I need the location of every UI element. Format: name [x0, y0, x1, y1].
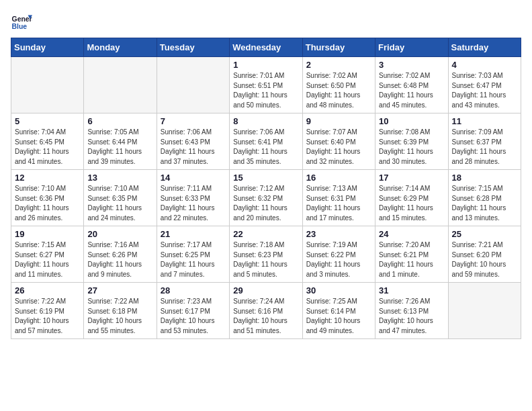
- day-number: 9: [306, 116, 371, 126]
- calendar-cell: [84, 57, 157, 113]
- day-detail: Sunrise: 7:21 AM Sunset: 6:20 PM Dayligh…: [452, 240, 517, 279]
- weekday-header: Tuesday: [157, 38, 229, 57]
- day-number: 5: [15, 116, 80, 126]
- day-detail: Sunrise: 7:15 AM Sunset: 6:28 PM Dayligh…: [452, 184, 517, 223]
- day-detail: Sunrise: 7:10 AM Sunset: 6:35 PM Dayligh…: [87, 184, 152, 223]
- day-number: 21: [161, 229, 226, 239]
- day-number: 26: [15, 285, 80, 295]
- calendar-week-row: 12Sunrise: 7:10 AM Sunset: 6:36 PM Dayli…: [11, 170, 521, 226]
- day-number: 20: [87, 229, 152, 239]
- day-number: 27: [87, 285, 152, 295]
- calendar-cell: 18Sunrise: 7:15 AM Sunset: 6:28 PM Dayli…: [448, 170, 521, 226]
- day-detail: Sunrise: 7:02 AM Sunset: 6:50 PM Dayligh…: [306, 71, 371, 110]
- day-number: 2: [306, 60, 371, 70]
- logo: General Blue: [11, 11, 35, 32]
- calendar-cell: 3Sunrise: 7:02 AM Sunset: 6:48 PM Daylig…: [375, 57, 448, 113]
- day-number: 16: [306, 173, 371, 183]
- day-detail: Sunrise: 7:22 AM Sunset: 6:18 PM Dayligh…: [87, 297, 152, 336]
- day-detail: Sunrise: 7:11 AM Sunset: 6:33 PM Dayligh…: [161, 184, 226, 223]
- day-number: 15: [233, 173, 298, 183]
- calendar-cell: 28Sunrise: 7:23 AM Sunset: 6:17 PM Dayli…: [157, 283, 229, 339]
- day-detail: Sunrise: 7:02 AM Sunset: 6:48 PM Dayligh…: [379, 71, 444, 110]
- day-number: 25: [452, 229, 517, 239]
- day-number: 10: [379, 116, 444, 126]
- day-detail: Sunrise: 7:24 AM Sunset: 6:16 PM Dayligh…: [233, 297, 298, 336]
- day-detail: Sunrise: 7:04 AM Sunset: 6:45 PM Dayligh…: [15, 128, 80, 167]
- calendar-cell: 30Sunrise: 7:25 AM Sunset: 6:14 PM Dayli…: [302, 283, 375, 339]
- day-detail: Sunrise: 7:06 AM Sunset: 6:41 PM Dayligh…: [233, 128, 298, 167]
- calendar-week-row: 26Sunrise: 7:22 AM Sunset: 6:19 PM Dayli…: [11, 283, 521, 339]
- weekday-header: Thursday: [302, 38, 375, 57]
- day-detail: Sunrise: 7:19 AM Sunset: 6:22 PM Dayligh…: [306, 240, 371, 279]
- calendar-cell: 20Sunrise: 7:16 AM Sunset: 6:26 PM Dayli…: [84, 226, 157, 283]
- day-detail: Sunrise: 7:12 AM Sunset: 6:32 PM Dayligh…: [233, 184, 298, 223]
- weekday-header: Wednesday: [230, 38, 302, 57]
- page-header: General Blue: [11, 11, 521, 32]
- day-detail: Sunrise: 7:10 AM Sunset: 6:36 PM Dayligh…: [15, 184, 80, 223]
- calendar-cell: 11Sunrise: 7:09 AM Sunset: 6:37 PM Dayli…: [448, 113, 521, 170]
- day-detail: Sunrise: 7:05 AM Sunset: 6:44 PM Dayligh…: [87, 128, 152, 167]
- weekday-header: Friday: [375, 38, 448, 57]
- day-detail: Sunrise: 7:18 AM Sunset: 6:23 PM Dayligh…: [233, 240, 298, 279]
- calendar-cell: 24Sunrise: 7:20 AM Sunset: 6:21 PM Dayli…: [375, 226, 448, 283]
- day-detail: Sunrise: 7:17 AM Sunset: 6:25 PM Dayligh…: [161, 240, 226, 279]
- calendar-cell: 26Sunrise: 7:22 AM Sunset: 6:19 PM Dayli…: [11, 283, 84, 339]
- day-detail: Sunrise: 7:09 AM Sunset: 6:37 PM Dayligh…: [452, 128, 517, 167]
- calendar-cell: 4Sunrise: 7:03 AM Sunset: 6:47 PM Daylig…: [448, 57, 521, 113]
- day-number: 8: [233, 116, 298, 126]
- day-detail: Sunrise: 7:15 AM Sunset: 6:27 PM Dayligh…: [15, 240, 80, 279]
- calendar-cell: 23Sunrise: 7:19 AM Sunset: 6:22 PM Dayli…: [302, 226, 375, 283]
- day-number: 3: [379, 60, 444, 70]
- calendar-cell: 27Sunrise: 7:22 AM Sunset: 6:18 PM Dayli…: [84, 283, 157, 339]
- day-number: 4: [452, 60, 517, 70]
- day-number: 30: [306, 285, 371, 295]
- calendar-cell: 6Sunrise: 7:05 AM Sunset: 6:44 PM Daylig…: [84, 113, 157, 170]
- calendar-cell: 9Sunrise: 7:07 AM Sunset: 6:40 PM Daylig…: [302, 113, 375, 170]
- day-number: 12: [15, 173, 80, 183]
- day-detail: Sunrise: 7:26 AM Sunset: 6:13 PM Dayligh…: [379, 297, 444, 336]
- calendar-cell: 14Sunrise: 7:11 AM Sunset: 6:33 PM Dayli…: [157, 170, 229, 226]
- calendar-cell: 16Sunrise: 7:13 AM Sunset: 6:31 PM Dayli…: [302, 170, 375, 226]
- calendar-cell: 22Sunrise: 7:18 AM Sunset: 6:23 PM Dayli…: [230, 226, 302, 283]
- logo-icon: General Blue: [11, 11, 32, 32]
- day-detail: Sunrise: 7:22 AM Sunset: 6:19 PM Dayligh…: [15, 297, 80, 336]
- day-number: 7: [161, 116, 226, 126]
- weekday-header: Monday: [84, 38, 157, 57]
- day-number: 14: [161, 173, 226, 183]
- day-number: 29: [233, 285, 298, 295]
- calendar-cell: 21Sunrise: 7:17 AM Sunset: 6:25 PM Dayli…: [157, 226, 229, 283]
- calendar-cell: 25Sunrise: 7:21 AM Sunset: 6:20 PM Dayli…: [448, 226, 521, 283]
- day-detail: Sunrise: 7:16 AM Sunset: 6:26 PM Dayligh…: [87, 240, 152, 279]
- day-number: 18: [452, 173, 517, 183]
- day-detail: Sunrise: 7:23 AM Sunset: 6:17 PM Dayligh…: [161, 297, 226, 336]
- day-number: 1: [233, 60, 298, 70]
- day-number: 19: [15, 229, 80, 239]
- day-detail: Sunrise: 7:03 AM Sunset: 6:47 PM Dayligh…: [452, 71, 517, 110]
- calendar-cell: 31Sunrise: 7:26 AM Sunset: 6:13 PM Dayli…: [375, 283, 448, 339]
- day-number: 23: [306, 229, 371, 239]
- calendar-header-row: SundayMondayTuesdayWednesdayThursdayFrid…: [11, 38, 521, 57]
- calendar-cell: 13Sunrise: 7:10 AM Sunset: 6:35 PM Dayli…: [84, 170, 157, 226]
- day-detail: Sunrise: 7:14 AM Sunset: 6:29 PM Dayligh…: [379, 184, 444, 223]
- day-number: 31: [379, 285, 444, 295]
- weekday-header: Sunday: [11, 38, 84, 57]
- day-number: 28: [161, 285, 226, 295]
- day-detail: Sunrise: 7:06 AM Sunset: 6:43 PM Dayligh…: [161, 128, 226, 167]
- day-detail: Sunrise: 7:08 AM Sunset: 6:39 PM Dayligh…: [379, 128, 444, 167]
- day-detail: Sunrise: 7:25 AM Sunset: 6:14 PM Dayligh…: [306, 297, 371, 336]
- calendar-cell: 15Sunrise: 7:12 AM Sunset: 6:32 PM Dayli…: [230, 170, 302, 226]
- day-detail: Sunrise: 7:20 AM Sunset: 6:21 PM Dayligh…: [379, 240, 444, 279]
- calendar-cell: 5Sunrise: 7:04 AM Sunset: 6:45 PM Daylig…: [11, 113, 84, 170]
- day-number: 11: [452, 116, 517, 126]
- day-number: 24: [379, 229, 444, 239]
- day-detail: Sunrise: 7:13 AM Sunset: 6:31 PM Dayligh…: [306, 184, 371, 223]
- calendar-week-row: 5Sunrise: 7:04 AM Sunset: 6:45 PM Daylig…: [11, 113, 521, 170]
- day-detail: Sunrise: 7:01 AM Sunset: 6:51 PM Dayligh…: [233, 71, 298, 110]
- day-number: 22: [233, 229, 298, 239]
- calendar-cell: [448, 283, 521, 339]
- day-number: 17: [379, 173, 444, 183]
- calendar-cell: 12Sunrise: 7:10 AM Sunset: 6:36 PM Dayli…: [11, 170, 84, 226]
- day-number: 13: [87, 173, 152, 183]
- day-number: 6: [87, 116, 152, 126]
- calendar-cell: [157, 57, 229, 113]
